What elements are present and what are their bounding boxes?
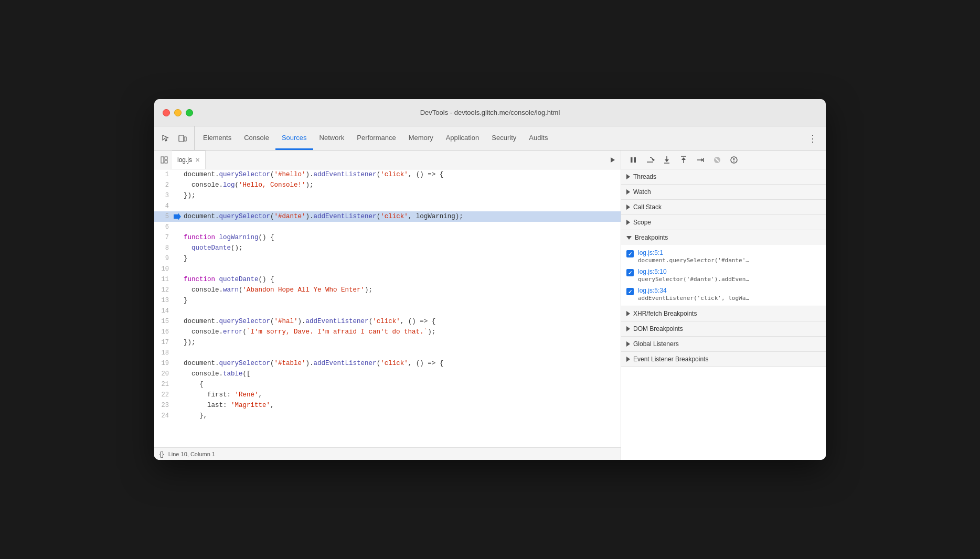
section-scope-header[interactable]: Scope bbox=[621, 215, 826, 230]
breakpoint-location-2[interactable]: log.js:5:10 bbox=[638, 268, 821, 275]
section-xhr-header[interactable]: XHR/fetch Breakpoints bbox=[621, 306, 826, 321]
section-threads-header[interactable]: Threads bbox=[621, 169, 826, 184]
code-line-4: 4 bbox=[154, 201, 621, 211]
svg-marker-11 bbox=[665, 159, 669, 162]
device-icon[interactable] bbox=[175, 131, 190, 146]
debugger-toolbar bbox=[621, 150, 826, 169]
minimize-button[interactable] bbox=[174, 109, 182, 116]
code-line-3: 3 }); bbox=[154, 190, 621, 201]
breakpoint-location-1[interactable]: log.js:5:1 bbox=[638, 249, 821, 256]
deactivate-breakpoints-button[interactable] bbox=[710, 153, 724, 167]
devtools-tabbar: Elements Console Sources Network Perform… bbox=[154, 126, 826, 150]
breakpoint-item-3: log.js:5:34 addEventListener('click', lo… bbox=[621, 285, 826, 304]
global-label: Global Listeners bbox=[633, 340, 679, 348]
breakpoint-checkbox-1[interactable] bbox=[626, 250, 634, 257]
pause-button[interactable] bbox=[626, 153, 640, 167]
xhr-triangle bbox=[626, 311, 630, 316]
close-button[interactable] bbox=[163, 109, 170, 116]
file-tab-name: log.js bbox=[177, 156, 192, 164]
code-line-13: 13 } bbox=[154, 295, 621, 306]
code-line-19: 19 document.querySelector('#table').addE… bbox=[154, 358, 621, 369]
step-over-button[interactable] bbox=[643, 153, 657, 167]
event-label: Event Listener Breakpoints bbox=[633, 356, 708, 363]
code-line-23: 23 last: 'Magritte', bbox=[154, 400, 621, 411]
breakpoint-location-3[interactable]: log.js:5:34 bbox=[638, 287, 821, 294]
svg-marker-8 bbox=[653, 158, 655, 162]
tab-elements[interactable]: Elements bbox=[197, 126, 238, 150]
step-out-button[interactable] bbox=[677, 153, 690, 167]
tab-audits[interactable]: Audits bbox=[523, 126, 554, 150]
tab-performance[interactable]: Performance bbox=[350, 126, 402, 150]
breakpoint-code-3: addEventListener('click', logWa… bbox=[638, 295, 821, 302]
section-callstack: Call Stack bbox=[621, 200, 826, 215]
code-line-1: 1 document.querySelector('#hello').addEv… bbox=[154, 169, 621, 180]
watch-label: Watch bbox=[633, 188, 651, 196]
svg-marker-14 bbox=[681, 157, 686, 160]
section-callstack-header[interactable]: Call Stack bbox=[621, 200, 826, 214]
code-line-9: 9 } bbox=[154, 253, 621, 264]
tab-memory[interactable]: Memory bbox=[402, 126, 440, 150]
dom-label: DOM Breakpoints bbox=[633, 325, 683, 332]
svg-rect-23 bbox=[733, 161, 734, 162]
breakpoints-label: Breakpoints bbox=[635, 234, 668, 241]
tab-security[interactable]: Security bbox=[485, 126, 523, 150]
breakpoint-checkbox-2[interactable] bbox=[626, 269, 634, 276]
breakpoint-checkbox-3[interactable] bbox=[626, 288, 634, 295]
code-line-11: 11 function quoteDante() { bbox=[154, 274, 621, 285]
section-global: Global Listeners bbox=[621, 337, 826, 352]
code-line-16: 16 console.error(`I'm sorry, Dave. I'm a… bbox=[154, 327, 621, 337]
breakpoints-triangle bbox=[626, 236, 632, 240]
svg-rect-2 bbox=[161, 157, 164, 163]
pause-on-exceptions-button[interactable] bbox=[727, 153, 741, 167]
svg-rect-4 bbox=[165, 160, 167, 163]
status-text: Line 10, Column 1 bbox=[168, 451, 215, 457]
section-scope: Scope bbox=[621, 215, 826, 230]
event-triangle bbox=[626, 357, 630, 362]
run-snippet-button[interactable] bbox=[605, 150, 621, 169]
editor-tabs: log.js ✕ bbox=[154, 150, 621, 169]
code-line-8: 8 quoteDante(); bbox=[154, 243, 621, 253]
threads-triangle bbox=[626, 174, 630, 179]
more-tabs-button[interactable]: ⋮ bbox=[804, 126, 822, 150]
code-editor[interactable]: 1 document.querySelector('#hello').addEv… bbox=[154, 169, 621, 447]
code-line-14: 14 bbox=[154, 306, 621, 316]
section-breakpoints-header[interactable]: Breakpoints bbox=[621, 230, 826, 245]
tabbar-controls bbox=[158, 126, 195, 150]
global-triangle bbox=[626, 341, 630, 347]
code-line-22: 22 first: 'René', bbox=[154, 390, 621, 400]
scope-triangle bbox=[626, 220, 630, 225]
svg-marker-5 bbox=[611, 157, 615, 163]
section-global-header[interactable]: Global Listeners bbox=[621, 337, 826, 351]
svg-rect-0 bbox=[179, 135, 184, 142]
step-button[interactable] bbox=[694, 153, 707, 167]
section-event-header[interactable]: Event Listener Breakpoints bbox=[621, 352, 826, 367]
callstack-triangle bbox=[626, 205, 630, 210]
tab-network[interactable]: Network bbox=[313, 126, 351, 150]
code-line-24: 24 }, bbox=[154, 411, 621, 421]
format-icon[interactable]: {} bbox=[159, 450, 164, 458]
svg-rect-22 bbox=[733, 158, 734, 160]
tab-sources[interactable]: Sources bbox=[275, 126, 313, 150]
step-into-button[interactable] bbox=[660, 153, 674, 167]
code-line-5: 5 document.querySelector('#dante').addEv… bbox=[154, 211, 621, 222]
file-tree-toggle[interactable] bbox=[156, 150, 172, 169]
tab-application[interactable]: Application bbox=[440, 126, 486, 150]
titlebar: DevTools - devtools.glitch.me/console/lo… bbox=[154, 99, 826, 126]
code-line-20: 20 console.table([ bbox=[154, 369, 621, 379]
svg-rect-7 bbox=[634, 157, 636, 163]
section-dom-header[interactable]: DOM Breakpoints bbox=[621, 321, 826, 336]
close-file-tab[interactable]: ✕ bbox=[195, 157, 200, 164]
dom-triangle bbox=[626, 326, 630, 331]
svg-rect-1 bbox=[184, 137, 186, 141]
inspect-icon[interactable] bbox=[158, 131, 173, 146]
code-line-10: 10 bbox=[154, 264, 621, 274]
breakpoint-code-1: document.querySelector('#dante'… bbox=[638, 257, 821, 264]
file-tab-log-js[interactable]: log.js ✕ bbox=[172, 150, 206, 169]
traffic-lights bbox=[163, 109, 193, 116]
section-watch-header[interactable]: Watch bbox=[621, 185, 826, 199]
maximize-button[interactable] bbox=[186, 109, 193, 116]
watch-triangle bbox=[626, 189, 630, 195]
code-line-6: 6 bbox=[154, 222, 621, 232]
tab-console[interactable]: Console bbox=[238, 126, 275, 150]
breakpoint-item-2: log.js:5:10 querySelector('#dante').addE… bbox=[621, 266, 826, 285]
